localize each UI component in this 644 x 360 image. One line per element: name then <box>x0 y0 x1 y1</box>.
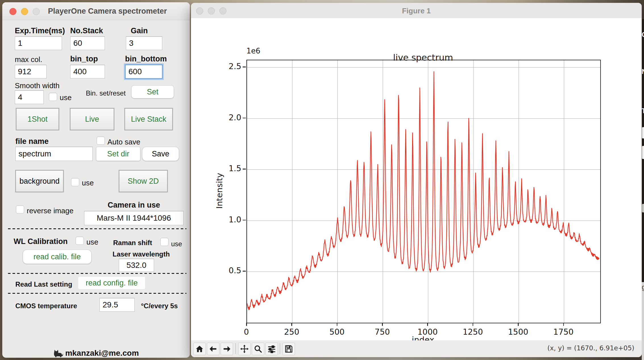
wl-calibration-label: WL Calibration <box>14 237 68 246</box>
background-use-label: use <box>82 179 94 187</box>
exp-time-input[interactable]: 1 <box>15 36 62 50</box>
x-tick-mark <box>563 323 564 326</box>
read-last-setting-label: Read Last setting <box>15 280 72 288</box>
set-button[interactable]: Set <box>131 85 174 98</box>
bin-top-label: bin_top <box>70 55 98 63</box>
auto-save-checkbox[interactable] <box>97 136 105 145</box>
smooth-width-input[interactable]: 4 <box>15 90 44 104</box>
save-icon[interactable] <box>282 343 295 355</box>
spectrometer-titlebar[interactable]: PlayerOne Camera spectrometer <box>2 2 190 20</box>
close-button[interactable] <box>9 8 16 15</box>
gain-label: Gain <box>131 26 148 35</box>
background-window-edge: G N T <box>642 19 644 282</box>
read-config-file-button[interactable]: read config. file <box>78 276 146 289</box>
figure-toolbar: (x, y) = (1670., 6.91e+05) <box>191 340 642 357</box>
wl-use-checkbox[interactable] <box>76 237 84 245</box>
read-calib-file-button[interactable]: read calib. file <box>23 250 92 264</box>
y-tick-label: 1.5 <box>221 164 241 173</box>
divider <box>8 273 186 274</box>
edge-letter: G <box>642 31 644 39</box>
gain-input[interactable]: 3 <box>126 36 162 50</box>
show-2d-button[interactable]: Show 2D <box>119 170 168 192</box>
spectrum-line-chart[interactable] <box>247 60 600 323</box>
desktop: PlayerOne Camera spectrometer Exp.Time(m… <box>0 0 644 360</box>
configure-subplots-icon[interactable] <box>265 343 278 355</box>
plot-area[interactable] <box>246 60 601 323</box>
divider <box>8 293 186 294</box>
x-tick-mark <box>427 323 428 326</box>
bin-top-input[interactable]: 400 <box>70 65 105 78</box>
exp-time-label: Exp.Time(ms) <box>15 26 65 35</box>
plot-canvas[interactable]: 1e6 live spectrum Intensity 025050075010… <box>191 18 642 340</box>
x-tick-mark <box>382 323 383 326</box>
live-button[interactable]: Live <box>70 108 114 130</box>
x-tick-mark <box>246 323 247 326</box>
no-stack-label: No.Stack <box>70 26 103 35</box>
forward-icon[interactable] <box>221 343 233 355</box>
y-axis-label: Intensity <box>215 173 224 209</box>
raman-shift-label: Raman shift <box>113 239 152 247</box>
footer: mkanzaki@me.com <box>2 349 190 358</box>
pan-icon[interactable] <box>238 343 251 355</box>
camera-model-value: Mars-M II 1944*1096 <box>84 211 184 225</box>
cmos-unit-label: °C/every 5s <box>141 302 178 310</box>
no-stack-input[interactable]: 60 <box>70 36 105 50</box>
y-tick-mark <box>243 169 246 169</box>
laser-wavelength-label: Laser wavelength <box>113 250 170 258</box>
cat-icon <box>53 349 63 357</box>
auto-save-label: Auto save <box>107 138 140 146</box>
x-tick-mark <box>337 323 338 326</box>
smooth-use-label: use <box>60 93 72 102</box>
max-col-input[interactable]: 912 <box>15 65 47 78</box>
edge-letter: g <box>642 283 644 291</box>
camera-in-use-label: Camera in use <box>84 201 184 210</box>
bin-set-reset-label: Bin. set/reset <box>86 89 126 97</box>
zoom-icon[interactable] <box>252 343 264 355</box>
live-stack-button[interactable]: Live Stack <box>124 108 173 130</box>
background-button[interactable]: background <box>15 170 64 192</box>
x-axis-label: index <box>246 335 600 340</box>
edge-card <box>642 146 644 159</box>
set-dir-button[interactable]: Set dir <box>96 147 140 161</box>
back-icon[interactable] <box>207 343 219 355</box>
window-title: Figure 1 <box>191 7 642 15</box>
cursor-coordinates-status: (x, y) = (1670., 6.91e+05) <box>547 344 634 352</box>
cmos-temperature-label: CMOS temperature <box>15 302 77 310</box>
edge-letter: N <box>642 68 644 76</box>
y-tick-mark <box>243 220 246 221</box>
raman-use-label: use <box>171 240 182 248</box>
file-name-input[interactable]: spectrum <box>15 147 93 161</box>
reverse-image-checkbox[interactable] <box>16 205 24 214</box>
edge-card <box>642 204 644 212</box>
toolbar-separator <box>280 343 280 354</box>
laser-wavelength-input[interactable]: 532.0 <box>119 259 154 272</box>
smooth-width-label: Smooth width <box>15 81 60 90</box>
window-title: PlayerOne Camera spectrometer <box>25 7 190 16</box>
y-tick-label: 1.0 <box>221 215 241 224</box>
max-col-label: max col. <box>15 55 42 64</box>
y-tick-label: 2.5 <box>221 62 241 71</box>
bin-bottom-input[interactable]: 600 <box>125 65 163 79</box>
y-tick-label: 2.0 <box>221 113 241 122</box>
figure-titlebar[interactable]: Figure 1 <box>191 3 642 18</box>
contact-email: mkanzaki@me.com <box>65 349 139 358</box>
edge-letter: T <box>642 107 644 115</box>
save-button[interactable]: Save <box>142 147 179 161</box>
one-shot-button[interactable]: 1Shot <box>16 108 59 130</box>
wl-use-label: use <box>86 238 98 247</box>
cmos-temperature-value: 29.5 <box>99 298 135 312</box>
figure-window: Figure 1 1e6 live spectrum Intensity 025… <box>191 3 642 357</box>
y-tick-label: 0.5 <box>221 266 241 276</box>
smooth-use-checkbox[interactable] <box>49 93 57 101</box>
background-use-checkbox[interactable] <box>71 178 79 186</box>
x-tick-mark <box>291 323 292 326</box>
x-tick-mark <box>473 323 473 326</box>
toolbar-separator <box>235 343 236 354</box>
divider <box>8 228 186 229</box>
raman-use-checkbox[interactable] <box>160 238 169 246</box>
file-name-label: file name <box>15 137 49 146</box>
x-tick-mark <box>518 323 519 326</box>
y-tick-mark <box>243 118 246 119</box>
home-icon[interactable] <box>193 343 206 355</box>
y-tick-mark <box>243 271 246 272</box>
